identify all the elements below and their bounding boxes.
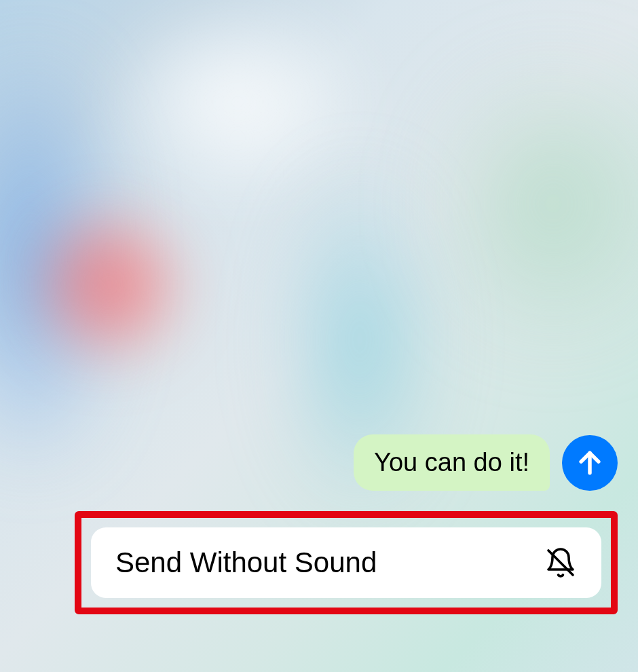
outgoing-message-row: You can do it!	[14, 434, 624, 491]
message-send-area: You can do it! Send Without Sound	[0, 434, 638, 614]
bell-off-icon	[544, 546, 577, 579]
arrow-up-icon	[575, 448, 605, 478]
message-text: You can do it!	[374, 448, 529, 477]
annotation-highlight: Send Without Sound	[75, 511, 618, 614]
send-without-sound-option[interactable]: Send Without Sound	[91, 527, 601, 598]
send-button[interactable]	[562, 435, 618, 491]
background-blur	[14, 190, 204, 380]
background-blur	[434, 68, 638, 339]
option-label: Send Without Sound	[115, 546, 377, 579]
message-bubble[interactable]: You can do it!	[354, 434, 550, 491]
